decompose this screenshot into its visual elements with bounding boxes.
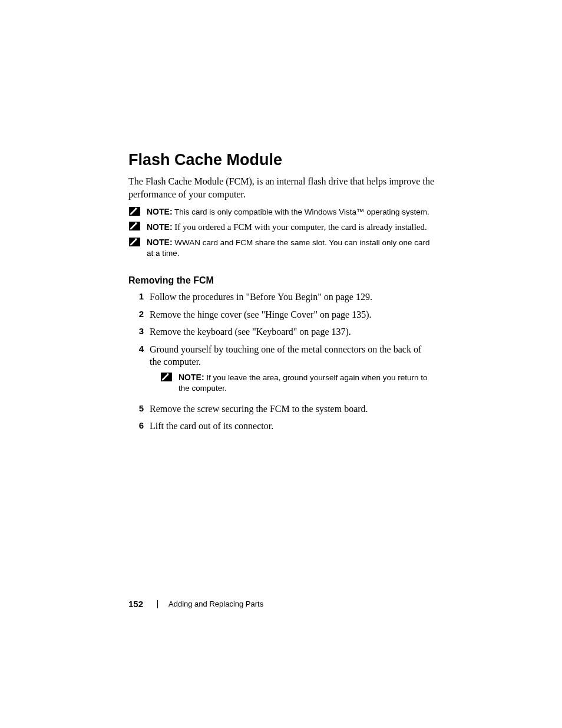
footer-section-title: Adding and Replacing Parts [168, 599, 263, 608]
note-text: If you leave the area, ground yourself a… [178, 373, 428, 393]
page-footer: 152 Adding and Replacing Parts [128, 599, 263, 609]
page-number: 152 [128, 599, 143, 609]
note-label: NOTE: [147, 222, 173, 232]
step-2: 2 Remove the hinge cover (see "Hinge Cov… [128, 308, 435, 321]
note-label: NOTE: [178, 373, 204, 382]
step-4-subnote: NOTE: If you leave the area, ground your… [160, 372, 435, 394]
note-label: NOTE: [147, 207, 173, 216]
intro-paragraph: The Flash Cache Module (FCM), is an inte… [128, 175, 435, 200]
note-text: WWAN card and FCM share the same slot. Y… [147, 238, 430, 258]
pencil-icon [128, 222, 141, 230]
step-text: Remove the hinge cover (see "Hinge Cover… [150, 308, 435, 321]
step-6: 6 Lift the card out of its connector. [128, 420, 435, 433]
subsection-heading: Removing the FCM [128, 275, 435, 286]
note-2: NOTE: If you ordered a FCM with your com… [128, 221, 435, 233]
note-text: This card is only compatible with the Wi… [174, 207, 429, 216]
step-number: 2 [128, 308, 144, 320]
note-label: NOTE: [147, 238, 173, 247]
step-3: 3 Remove the keyboard (see "Keyboard" on… [128, 325, 435, 338]
step-number: 6 [128, 420, 144, 431]
pencil-icon [128, 207, 141, 216]
step-text: Follow the procedures in "Before You Beg… [150, 291, 435, 304]
page-content: Flash Cache Module The Flash Cache Modul… [128, 151, 435, 437]
note-3: NOTE: WWAN card and FCM share the same s… [128, 237, 435, 259]
step-text: Lift the card out of its connector. [150, 420, 435, 433]
footer-divider [157, 600, 158, 608]
note-text: If you ordered a FCM with your computer,… [174, 222, 427, 232]
step-number: 3 [128, 325, 144, 337]
step-text: Ground yourself by touching one of the m… [150, 344, 421, 367]
note-1: NOTE: This card is only compatible with … [128, 206, 435, 218]
section-heading: Flash Cache Module [128, 151, 435, 169]
step-text: Remove the screw securing the FCM to the… [150, 403, 435, 416]
step-number: 4 [128, 343, 144, 355]
step-number: 5 [128, 403, 144, 414]
pencil-icon [160, 373, 173, 381]
step-5: 5 Remove the screw securing the FCM to t… [128, 403, 435, 416]
step-text: Remove the keyboard (see "Keyboard" on p… [150, 325, 435, 338]
step-1: 1 Follow the procedures in "Before You B… [128, 291, 435, 304]
pencil-icon [128, 238, 141, 246]
step-4: 4 Ground yourself by touching one of the… [128, 343, 435, 398]
step-number: 1 [128, 291, 144, 302]
